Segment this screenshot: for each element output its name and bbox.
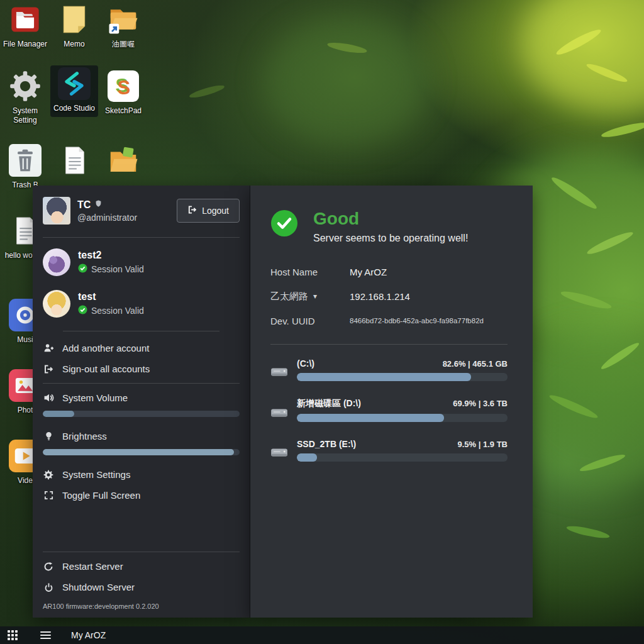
desktop-icon-code-studio[interactable]: Code Studio (50, 65, 98, 117)
gear-icon (43, 470, 54, 480)
user-avatar[interactable] (43, 197, 70, 225)
menu-item-label: Shutdown Server (62, 582, 135, 592)
hostname-label: Host Name (270, 267, 350, 277)
disk-usage-bar (297, 453, 508, 462)
menu-item-label: System Settings (62, 469, 130, 480)
disk-usage-bar (297, 414, 508, 422)
brightness-slider[interactable] (33, 447, 250, 464)
shutdown-server-item[interactable]: Shutdown Server (33, 577, 250, 597)
toggle-fullscreen-item[interactable]: Toggle Full Screen (33, 485, 250, 506)
account-name: test2 (78, 250, 144, 261)
desktop-icon-label: Memo (50, 40, 98, 49)
hard-drive-icon (270, 406, 297, 422)
volume-slider[interactable] (33, 408, 250, 426)
account-avatar (43, 248, 70, 276)
divider (270, 344, 508, 345)
disk-row-c[interactable]: (C:\) 82.6% | 465.1 GB (270, 358, 508, 381)
disk-usage: 69.9% | 3.6 TB (453, 399, 508, 408)
divider (43, 383, 240, 384)
desktop-icon-sketchpad[interactable]: SS SketchPad (99, 68, 147, 116)
taskbar-title: My ArOZ (71, 630, 106, 640)
menu-item-label: Restart Server (62, 561, 123, 572)
document-icon (50, 142, 98, 179)
account-item-test2[interactable]: test2 Session Valid (33, 242, 250, 283)
system-settings-item[interactable]: System Settings (33, 464, 250, 485)
divider (43, 237, 240, 238)
account-item-test[interactable]: test Session Valid (33, 283, 250, 325)
speaker-icon (43, 392, 54, 403)
fullscreen-icon (43, 491, 54, 500)
disk-name: SSD_2TB (E:\) (297, 439, 356, 449)
logout-button[interactable]: Logout (177, 199, 240, 223)
current-user-header: TC @administrator Logout (33, 186, 250, 233)
desktop-icon-document[interactable] (50, 142, 98, 180)
hard-drive-icon (270, 365, 297, 381)
divider (63, 331, 219, 331)
disk-row-e[interactable]: SSD_2TB (E:\) 9.5% | 1.9 TB (270, 439, 508, 462)
hostname-value: My ArOZ (350, 267, 508, 277)
user-name: TC (77, 199, 91, 211)
session-valid-icon (78, 264, 87, 275)
file-manager-icon (1, 1, 49, 38)
desktop-icon-shortcut-folder[interactable]: 油圖喔 (99, 1, 147, 49)
brightness-item: Brightness (33, 426, 250, 447)
lightbulb-icon (43, 431, 54, 441)
desktop-icon-label: SketchPad (99, 106, 147, 116)
disk-name: 新增磁碟區 (D:\) (297, 398, 361, 409)
hard-drive-icon (270, 445, 297, 462)
gear-icon (1, 68, 49, 104)
code-studio-icon (50, 65, 98, 102)
menu-button[interactable] (40, 630, 51, 641)
server-status-panel: Good Server seems to be operating well! … (250, 186, 533, 618)
desktop-icon-label: File Manager (1, 40, 49, 49)
folder-files-icon (99, 142, 147, 179)
network-interface-dropdown[interactable]: 乙太網路 ▾ (270, 291, 350, 303)
divider (43, 552, 240, 552)
signout-all-item[interactable]: Sign-out all accounts (33, 358, 250, 379)
status-message: Server seems to be operating well! (313, 233, 468, 244)
add-user-icon (43, 343, 54, 353)
status-ok-icon (270, 209, 298, 240)
logout-icon (187, 205, 197, 216)
session-status-label: Session Valid (91, 264, 144, 274)
user-menu-panel: TC @administrator Logout test2 Session V… (33, 186, 250, 618)
ip-address-value: 192.168.1.214 (350, 291, 508, 302)
device-uuid-value: 8466bd72-bdb6-452a-abc9-fa98a77fb82d (350, 317, 508, 325)
restart-server-item[interactable]: Restart Server (33, 556, 250, 577)
trash-icon (1, 142, 49, 179)
system-volume-item: System Volume (33, 387, 250, 408)
svg-text:S: S (118, 77, 131, 99)
disk-usage-fill (297, 373, 471, 381)
menu-item-label: Add another account (62, 343, 149, 353)
memo-icon (50, 1, 98, 38)
session-status-label: Session Valid (91, 306, 144, 316)
account-avatar (43, 290, 70, 318)
disk-name: (C:\) (297, 358, 314, 369)
menu-item-label: System Volume (62, 392, 128, 403)
disk-usage-bar (297, 373, 508, 381)
taskbar: My ArOZ (0, 626, 644, 644)
restart-icon (43, 562, 54, 572)
disk-usage: 9.5% | 1.9 TB (457, 440, 508, 449)
desktop-icon-system-setting[interactable]: System Setting (1, 68, 49, 125)
session-valid-icon (78, 305, 87, 316)
desktop-icon-label: Code Studio (50, 104, 98, 113)
user-handle: @administrator (77, 213, 137, 223)
shortcut-folder-icon (99, 1, 147, 38)
desktop-icon-folder-files[interactable] (99, 142, 147, 180)
account-name: test (78, 291, 144, 303)
menu-item-label: Brightness (62, 431, 107, 441)
desktop-icon-file-manager[interactable]: File Manager (1, 1, 49, 49)
disk-usage-fill (297, 453, 317, 462)
desktop-icon-label: System Setting (1, 106, 49, 125)
desktop-icon-memo[interactable]: Memo (50, 1, 98, 49)
disk-row-d[interactable]: 新增磁碟區 (D:\) 69.9% | 3.6 TB (270, 398, 508, 422)
menu-item-label: Toggle Full Screen (62, 490, 140, 501)
signout-icon (43, 364, 54, 374)
add-account-item[interactable]: Add another account (33, 338, 250, 358)
admin-shield-icon (94, 199, 103, 211)
app-launcher-button[interactable] (8, 630, 18, 640)
sketchpad-icon: SS (99, 68, 147, 104)
volume-slider-fill (43, 411, 74, 417)
desktop-icon-trash[interactable]: Trash B (1, 142, 49, 190)
